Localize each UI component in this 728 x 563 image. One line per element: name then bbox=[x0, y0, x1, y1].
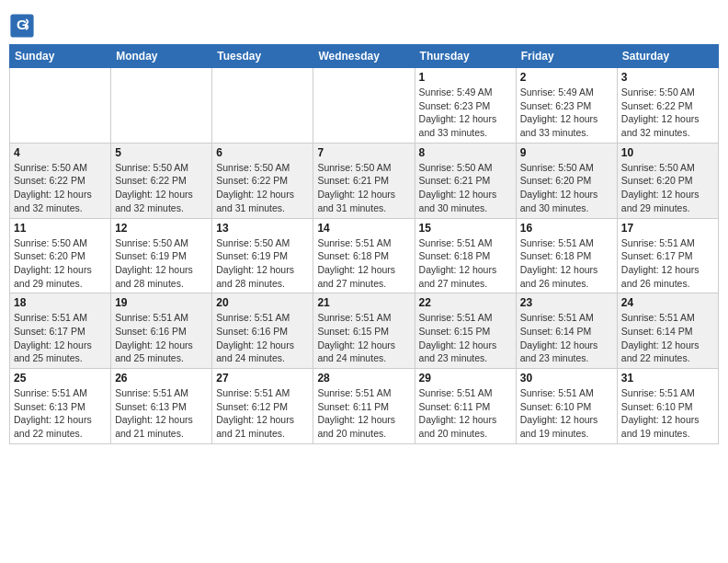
day-number: 26 bbox=[115, 372, 208, 385]
calendar-cell: 30Sunrise: 5:51 AM Sunset: 6:10 PM Dayli… bbox=[516, 369, 617, 444]
day-number: 8 bbox=[419, 146, 512, 159]
day-number: 15 bbox=[419, 222, 512, 235]
day-info: Sunrise: 5:51 AM Sunset: 6:13 PM Dayligh… bbox=[115, 386, 208, 441]
calendar-header-row: SundayMondayTuesdayWednesdayThursdayFrid… bbox=[10, 45, 719, 68]
day-info: Sunrise: 5:51 AM Sunset: 6:17 PM Dayligh… bbox=[621, 236, 714, 291]
calendar-cell: 6Sunrise: 5:50 AM Sunset: 6:22 PM Daylig… bbox=[212, 143, 313, 218]
day-number: 13 bbox=[216, 222, 309, 235]
day-number: 12 bbox=[115, 222, 208, 235]
calendar-cell: 24Sunrise: 5:51 AM Sunset: 6:14 PM Dayli… bbox=[617, 293, 718, 369]
calendar-week-row: 1Sunrise: 5:49 AM Sunset: 6:23 PM Daylig… bbox=[10, 68, 719, 144]
day-number: 27 bbox=[216, 372, 309, 385]
day-number: 28 bbox=[317, 372, 410, 385]
day-number: 19 bbox=[115, 296, 208, 309]
day-info: Sunrise: 5:51 AM Sunset: 6:14 PM Dayligh… bbox=[520, 311, 613, 365]
day-number: 25 bbox=[14, 372, 107, 385]
calendar-cell: 21Sunrise: 5:51 AM Sunset: 6:15 PM Dayli… bbox=[313, 293, 415, 369]
day-number: 16 bbox=[520, 222, 613, 235]
day-number: 14 bbox=[317, 222, 410, 235]
day-number: 5 bbox=[115, 146, 208, 159]
calendar-cell: 12Sunrise: 5:50 AM Sunset: 6:19 PM Dayli… bbox=[111, 218, 212, 293]
calendar-cell: 10Sunrise: 5:50 AM Sunset: 6:20 PM Dayli… bbox=[617, 143, 718, 218]
calendar-table: SundayMondayTuesdayWednesdayThursdayFrid… bbox=[9, 44, 719, 444]
calendar-week-row: 18Sunrise: 5:51 AM Sunset: 6:17 PM Dayli… bbox=[10, 293, 719, 369]
day-info: Sunrise: 5:50 AM Sunset: 6:22 PM Dayligh… bbox=[115, 161, 208, 215]
calendar-cell bbox=[313, 68, 415, 144]
calendar-cell: 29Sunrise: 5:51 AM Sunset: 6:11 PM Dayli… bbox=[415, 369, 516, 444]
calendar-cell: 25Sunrise: 5:51 AM Sunset: 6:13 PM Dayli… bbox=[10, 369, 111, 444]
day-number: 20 bbox=[216, 296, 309, 309]
logo-icon: G bbox=[9, 13, 35, 39]
day-number: 21 bbox=[317, 296, 410, 309]
day-number: 18 bbox=[14, 296, 107, 309]
day-info: Sunrise: 5:51 AM Sunset: 6:10 PM Dayligh… bbox=[621, 386, 714, 441]
calendar-header-monday: Monday bbox=[111, 45, 212, 68]
day-info: Sunrise: 5:51 AM Sunset: 6:18 PM Dayligh… bbox=[520, 236, 613, 291]
day-number: 11 bbox=[14, 222, 107, 235]
calendar-cell: 5Sunrise: 5:50 AM Sunset: 6:22 PM Daylig… bbox=[111, 143, 212, 218]
calendar-cell: 8Sunrise: 5:50 AM Sunset: 6:21 PM Daylig… bbox=[415, 143, 516, 218]
calendar-cell: 2Sunrise: 5:49 AM Sunset: 6:23 PM Daylig… bbox=[516, 68, 617, 144]
calendar-cell: 4Sunrise: 5:50 AM Sunset: 6:22 PM Daylig… bbox=[10, 143, 111, 218]
day-number: 29 bbox=[419, 372, 512, 385]
day-info: Sunrise: 5:51 AM Sunset: 6:15 PM Dayligh… bbox=[317, 311, 410, 365]
day-info: Sunrise: 5:50 AM Sunset: 6:20 PM Dayligh… bbox=[14, 236, 107, 291]
day-number: 30 bbox=[520, 372, 613, 385]
calendar-cell: 11Sunrise: 5:50 AM Sunset: 6:20 PM Dayli… bbox=[10, 218, 111, 293]
day-info: Sunrise: 5:50 AM Sunset: 6:22 PM Dayligh… bbox=[621, 86, 714, 140]
day-number: 23 bbox=[520, 296, 613, 309]
calendar-week-row: 25Sunrise: 5:51 AM Sunset: 6:13 PM Dayli… bbox=[10, 369, 719, 444]
day-info: Sunrise: 5:50 AM Sunset: 6:21 PM Dayligh… bbox=[419, 161, 512, 215]
calendar-week-row: 11Sunrise: 5:50 AM Sunset: 6:20 PM Dayli… bbox=[10, 218, 719, 293]
calendar-cell: 19Sunrise: 5:51 AM Sunset: 6:16 PM Dayli… bbox=[111, 293, 212, 369]
logo: G bbox=[9, 13, 37, 39]
day-info: Sunrise: 5:51 AM Sunset: 6:16 PM Dayligh… bbox=[216, 311, 309, 365]
calendar-header-wednesday: Wednesday bbox=[313, 45, 415, 68]
calendar-cell: 16Sunrise: 5:51 AM Sunset: 6:18 PM Dayli… bbox=[516, 218, 617, 293]
calendar-header-saturday: Saturday bbox=[617, 45, 718, 68]
day-number: 1 bbox=[419, 71, 512, 84]
day-info: Sunrise: 5:49 AM Sunset: 6:23 PM Dayligh… bbox=[520, 86, 613, 140]
day-info: Sunrise: 5:51 AM Sunset: 6:11 PM Dayligh… bbox=[317, 386, 410, 441]
calendar-cell: 22Sunrise: 5:51 AM Sunset: 6:15 PM Dayli… bbox=[415, 293, 516, 369]
day-number: 7 bbox=[317, 146, 410, 159]
day-info: Sunrise: 5:50 AM Sunset: 6:19 PM Dayligh… bbox=[216, 236, 309, 291]
calendar-week-row: 4Sunrise: 5:50 AM Sunset: 6:22 PM Daylig… bbox=[10, 143, 719, 218]
calendar-cell: 27Sunrise: 5:51 AM Sunset: 6:12 PM Dayli… bbox=[212, 369, 313, 444]
day-info: Sunrise: 5:50 AM Sunset: 6:20 PM Dayligh… bbox=[520, 161, 613, 215]
calendar-cell: 31Sunrise: 5:51 AM Sunset: 6:10 PM Dayli… bbox=[617, 369, 718, 444]
calendar-cell: 7Sunrise: 5:50 AM Sunset: 6:21 PM Daylig… bbox=[313, 143, 415, 218]
calendar-cell: 26Sunrise: 5:51 AM Sunset: 6:13 PM Dayli… bbox=[111, 369, 212, 444]
calendar-header-sunday: Sunday bbox=[10, 45, 111, 68]
day-number: 17 bbox=[621, 222, 714, 235]
day-info: Sunrise: 5:50 AM Sunset: 6:22 PM Dayligh… bbox=[216, 161, 309, 215]
day-number: 2 bbox=[520, 71, 613, 84]
day-info: Sunrise: 5:51 AM Sunset: 6:12 PM Dayligh… bbox=[216, 386, 309, 441]
calendar-cell: 17Sunrise: 5:51 AM Sunset: 6:17 PM Dayli… bbox=[617, 218, 718, 293]
day-number: 6 bbox=[216, 146, 309, 159]
day-info: Sunrise: 5:50 AM Sunset: 6:21 PM Dayligh… bbox=[317, 161, 410, 215]
day-info: Sunrise: 5:51 AM Sunset: 6:18 PM Dayligh… bbox=[317, 236, 410, 291]
calendar-cell: 9Sunrise: 5:50 AM Sunset: 6:20 PM Daylig… bbox=[516, 143, 617, 218]
calendar-cell: 1Sunrise: 5:49 AM Sunset: 6:23 PM Daylig… bbox=[415, 68, 516, 144]
day-info: Sunrise: 5:51 AM Sunset: 6:10 PM Dayligh… bbox=[520, 386, 613, 441]
calendar-cell: 23Sunrise: 5:51 AM Sunset: 6:14 PM Dayli… bbox=[516, 293, 617, 369]
page-header: G bbox=[9, 9, 719, 39]
day-info: Sunrise: 5:50 AM Sunset: 6:20 PM Dayligh… bbox=[621, 161, 714, 215]
calendar-cell: 20Sunrise: 5:51 AM Sunset: 6:16 PM Dayli… bbox=[212, 293, 313, 369]
day-number: 3 bbox=[621, 71, 714, 84]
calendar-cell: 3Sunrise: 5:50 AM Sunset: 6:22 PM Daylig… bbox=[617, 68, 718, 144]
day-number: 4 bbox=[14, 146, 107, 159]
calendar-header-tuesday: Tuesday bbox=[212, 45, 313, 68]
calendar-cell bbox=[212, 68, 313, 144]
day-info: Sunrise: 5:49 AM Sunset: 6:23 PM Dayligh… bbox=[419, 86, 512, 140]
calendar-cell: 14Sunrise: 5:51 AM Sunset: 6:18 PM Dayli… bbox=[313, 218, 415, 293]
day-info: Sunrise: 5:51 AM Sunset: 6:18 PM Dayligh… bbox=[419, 236, 512, 291]
day-info: Sunrise: 5:50 AM Sunset: 6:19 PM Dayligh… bbox=[115, 236, 208, 291]
calendar-cell bbox=[10, 68, 111, 144]
day-number: 9 bbox=[520, 146, 613, 159]
day-info: Sunrise: 5:50 AM Sunset: 6:22 PM Dayligh… bbox=[14, 161, 107, 215]
day-info: Sunrise: 5:51 AM Sunset: 6:13 PM Dayligh… bbox=[14, 386, 107, 441]
day-info: Sunrise: 5:51 AM Sunset: 6:14 PM Dayligh… bbox=[621, 311, 714, 365]
day-number: 24 bbox=[621, 296, 714, 309]
